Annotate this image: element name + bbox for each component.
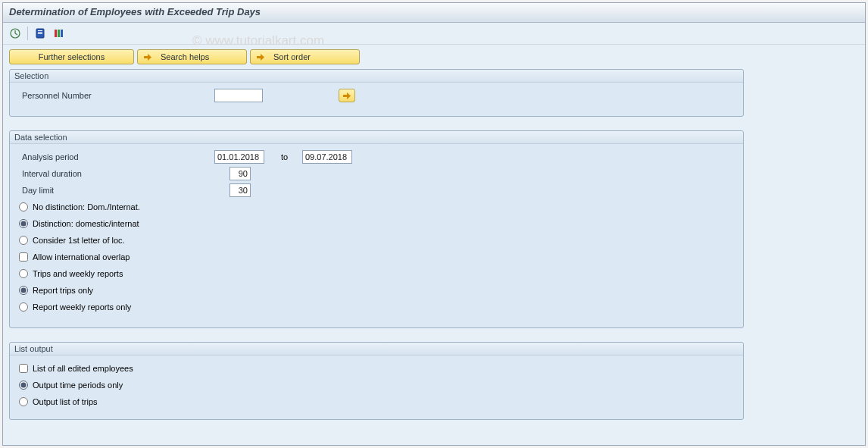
data-selection-groupbox: Data selection Analysis period to Interv…: [9, 130, 744, 328]
analysis-period-row: Analysis period to: [14, 149, 738, 165]
list-output-groupbox: List output List of all edited employees…: [9, 342, 744, 420]
data-selection-group-title: Data selection: [10, 131, 743, 144]
radio-trips-only-label: Report trips only: [33, 286, 93, 295]
radio-first-letter-label: Consider 1st letter of loc.: [33, 236, 125, 245]
check-all-employees-label: List of all edited employees: [33, 364, 133, 373]
arrow-right-icon: [343, 92, 351, 99]
svg-rect-7: [55, 30, 57, 37]
radio-trips-only[interactable]: Report trips only: [14, 282, 738, 299]
radio-list-of-trips[interactable]: Output list of trips: [14, 393, 738, 410]
radio-no-distinction-label: No distinction: Dom./Internat.: [33, 202, 140, 211]
radio-no-distinction-input[interactable]: [19, 202, 28, 211]
radio-list-of-trips-input[interactable]: [19, 397, 28, 406]
check-allow-overlap[interactable]: Allow international overlap: [14, 249, 738, 265]
selection-group-title: Selection: [10, 70, 743, 83]
check-all-employees-input[interactable]: [19, 364, 28, 373]
svg-rect-8: [58, 30, 60, 37]
radio-first-letter[interactable]: Consider 1st letter of loc.: [14, 232, 738, 249]
personnel-number-input[interactable]: [214, 89, 263, 102]
list-output-group-title: List output: [10, 343, 743, 356]
selection-groupbox: Selection Personnel Number: [9, 69, 744, 117]
radio-weekly-only-input[interactable]: [19, 302, 28, 312]
radio-no-distinction[interactable]: No distinction: Dom./Internat.: [14, 199, 738, 215]
svg-rect-9: [61, 30, 63, 37]
sort-order-label: Sort order: [273, 52, 311, 61]
day-limit-input[interactable]: [229, 183, 251, 197]
execute-icon: [10, 28, 20, 39]
variants-button[interactable]: [51, 26, 66, 41]
check-allow-overlap-input[interactable]: [19, 252, 28, 262]
check-allow-overlap-label: Allow international overlap: [33, 252, 130, 262]
radio-distinction-input[interactable]: [19, 219, 28, 228]
radio-weekly-only[interactable]: Report weekly reports only: [14, 299, 738, 315]
search-helps-label: Search helps: [161, 52, 209, 61]
arrow-right-icon: [257, 54, 264, 61]
search-helps-button[interactable]: Search helps: [137, 49, 247, 64]
radio-first-letter-input[interactable]: [19, 236, 28, 245]
svg-line-2: [15, 33, 17, 35]
personnel-number-label: Personnel Number: [17, 91, 214, 100]
personnel-number-row: Personnel Number: [14, 87, 738, 104]
program-doc-button[interactable]: [33, 26, 48, 41]
app-window: Determination of Employees with Exceeded…: [2, 2, 866, 446]
selection-button-row: Further selections Search helps Sort ord…: [9, 49, 859, 64]
arrow-right-icon: [144, 54, 151, 61]
radio-trips-only-input[interactable]: [19, 286, 28, 295]
further-selections-label: Further selections: [39, 52, 105, 61]
check-all-employees[interactable]: List of all edited employees: [14, 360, 738, 377]
radio-time-periods-label: Output time periods only: [33, 381, 123, 390]
interval-duration-input[interactable]: [229, 167, 251, 180]
variants-icon: [53, 28, 64, 39]
sort-order-button[interactable]: Sort order: [250, 49, 360, 64]
execute-button[interactable]: [8, 26, 23, 41]
to-label: to: [264, 152, 302, 161]
radio-trips-and-weekly-input[interactable]: [19, 269, 28, 278]
header-bar: Determination of Employees with Exceeded…: [3, 3, 865, 23]
program-doc-icon: [35, 28, 45, 39]
radio-list-of-trips-label: Output list of trips: [33, 397, 98, 406]
day-limit-row: Day limit: [14, 182, 738, 199]
radio-weekly-only-label: Report weekly reports only: [33, 302, 131, 312]
radio-trips-and-weekly[interactable]: Trips and weekly reports: [14, 265, 738, 282]
radio-time-periods[interactable]: Output time periods only: [14, 377, 738, 393]
period-from-input[interactable]: [214, 150, 264, 164]
svg-rect-6: [38, 33, 42, 34]
svg-rect-5: [38, 32, 42, 33]
further-selections-button[interactable]: Further selections: [9, 49, 134, 64]
analysis-period-label: Analysis period: [17, 152, 214, 161]
interval-duration-label: Interval duration: [17, 169, 229, 178]
app-toolbar: [3, 23, 865, 45]
period-to-input[interactable]: [302, 150, 352, 164]
content-area: Further selections Search helps Sort ord…: [3, 45, 865, 438]
interval-duration-row: Interval duration: [14, 165, 738, 182]
radio-time-periods-input[interactable]: [19, 381, 28, 390]
radio-trips-and-weekly-label: Trips and weekly reports: [33, 269, 123, 278]
radio-distinction-label: Distinction: domestic/internat: [33, 219, 139, 228]
radio-distinction[interactable]: Distinction: domestic/internat: [14, 215, 738, 232]
svg-rect-4: [38, 30, 42, 31]
page-title: Determination of Employees with Exceeded…: [9, 6, 859, 17]
toolbar-separator: [27, 27, 28, 40]
multi-selection-button[interactable]: [339, 89, 355, 102]
day-limit-label: Day limit: [17, 186, 229, 195]
